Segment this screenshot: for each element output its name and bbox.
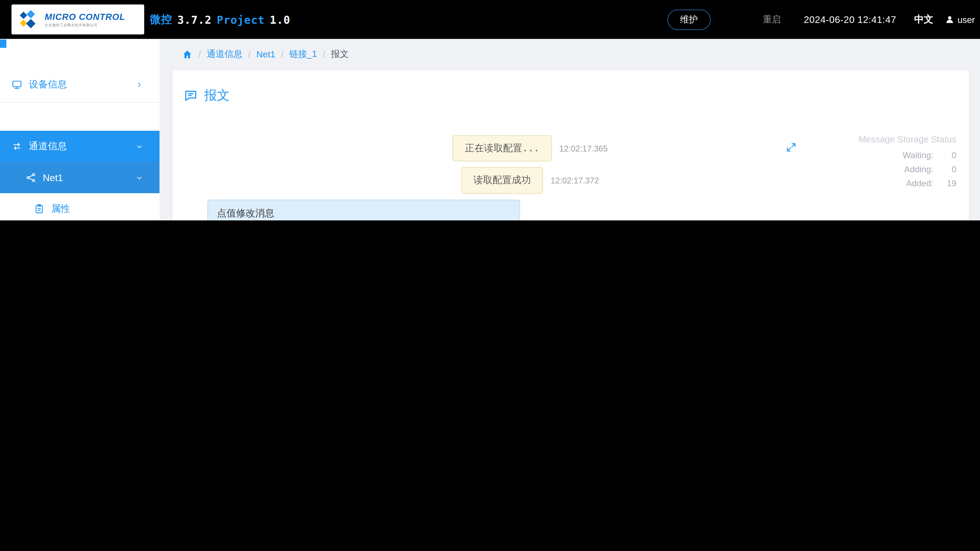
message-bubble: 点值修改消息 消息标签：1 消息内容：[{"name":"数据.设备_1@Poi…: [207, 199, 520, 221]
project-version: 1.0: [270, 13, 290, 26]
message-bubble: 正在读取配置...: [453, 135, 552, 162]
sidebar-item-label: 通道信息: [29, 140, 67, 152]
storage-status-rows: Waiting:0Adding:0Added:19: [829, 151, 956, 188]
brand-name: 微控: [150, 12, 172, 27]
storage-status-row: Adding:0: [829, 165, 956, 174]
sidebar-menu: 设备信息通道信息Net1属性新建链接链接_1属性报文设备管理Net2Net3Ne…: [0, 67, 159, 221]
message-row: 正在读取配置...12:02:17.365: [195, 135, 816, 162]
sidebar-item-channel-info[interactable]: 通道信息: [0, 131, 159, 162]
main-content: /通道信息/Net1/链接_1/ 报文 报文 正在读取配置...12:02:17…: [159, 39, 980, 221]
clipboard-icon: [34, 203, 45, 214]
breadcrumb-current: 报文: [331, 48, 349, 60]
maintenance-button[interactable]: 维护: [667, 9, 711, 30]
top-bar: MICRO CONTROL 北京微控工业网关技术有限公司 微控 3.7.2 Pr…: [0, 0, 980, 39]
message-row: 点值修改消息 消息标签：1 消息内容：[{"name":"数据.设备_1@Poi…: [195, 199, 816, 221]
message-list: 正在读取配置...12:02:17.365读取配置成功12:02:17.372点…: [195, 135, 816, 221]
message-row: 读取配置成功12:02:17.372: [195, 167, 816, 194]
logo-subtext: 北京微控工业网关技术有限公司: [45, 23, 125, 27]
page-title-text: 报文: [204, 87, 230, 104]
breadcrumb-link[interactable]: Net1: [256, 49, 275, 59]
sidebar-item-label: 设备信息: [29, 79, 67, 91]
breadcrumb-separator: /: [281, 49, 283, 59]
breadcrumb-separator: /: [248, 49, 251, 59]
app-root: MICRO CONTROL 北京微控工业网关技术有限公司 微控 3.7.2 Pr…: [0, 0, 980, 221]
fullscreen-button[interactable]: [786, 141, 797, 153]
message-time: 12:02:17.372: [551, 176, 599, 185]
storage-status-value: 19: [934, 179, 956, 188]
language-switcher[interactable]: 中文: [914, 14, 933, 26]
breadcrumb-separator: /: [323, 49, 325, 59]
breadcrumb-link[interactable]: 通道信息: [207, 48, 242, 60]
app-title: 微控 3.7.2 Project 1.0: [150, 12, 290, 27]
breadcrumb-link[interactable]: 链接_1: [289, 48, 317, 60]
sidebar-item-net1[interactable]: Net1: [0, 162, 159, 193]
storage-status-title: Message Storage Status: [829, 134, 956, 144]
logo: MICRO CONTROL 北京微控工业网关技术有限公司: [11, 5, 144, 35]
swap-arrows-icon: [11, 141, 22, 152]
chevron-down-icon: [135, 142, 144, 151]
breadcrumb-links: /通道信息/Net1/链接_1/: [199, 48, 325, 60]
sidebar-item-label: Net1: [43, 172, 63, 183]
network-icon: [25, 172, 37, 183]
message-icon: [184, 88, 198, 102]
top-bar-right: 维护 重启 2024-06-20 12:41:47 中文 user: [667, 9, 975, 30]
project-label: Project: [217, 13, 265, 26]
chevron-down-icon: [135, 173, 144, 182]
breadcrumb: /通道信息/Net1/链接_1/ 报文: [182, 48, 349, 60]
sidebar-item-net1-attrs[interactable]: 属性: [0, 193, 159, 221]
storage-status-label: Added:: [906, 179, 934, 188]
username: user: [958, 14, 975, 24]
datetime-display: 2024-06-20 12:41:47: [803, 14, 896, 25]
system-message-wrap: 正在读取配置...12:02:17.365: [453, 135, 552, 162]
storage-status-label: Adding:: [904, 165, 933, 174]
sidebar-top-indicator: [0, 40, 6, 48]
chevron-right-icon: [135, 80, 144, 89]
monitor-icon: [11, 79, 22, 90]
breadcrumb-separator: /: [199, 49, 201, 59]
user-menu[interactable]: user: [945, 14, 975, 24]
logo-icon: [18, 9, 40, 30]
storage-status-row: Added:19: [829, 179, 956, 188]
storage-status-row: Waiting:0: [829, 151, 956, 160]
message-time: 12:02:17.365: [559, 144, 608, 153]
page-title: 报文: [184, 87, 230, 104]
storage-status-value: 0: [934, 151, 956, 160]
home-icon[interactable]: [182, 49, 193, 60]
restart-button[interactable]: 重启: [763, 14, 781, 25]
storage-status-label: Waiting:: [903, 151, 934, 160]
user-icon: [945, 15, 955, 24]
message-card: 报文 正在读取配置...12:02:17.365读取配置成功12:02:17.3…: [172, 70, 969, 221]
sidebar: 设备信息通道信息Net1属性新建链接链接_1属性报文设备管理Net2Net3Ne…: [0, 39, 159, 221]
sidebar-item-device-info[interactable]: 设备信息: [0, 67, 159, 103]
storage-status-value: 0: [934, 165, 956, 174]
message-panel[interactable]: 正在读取配置...12:02:17.365读取配置成功12:02:17.372点…: [195, 131, 816, 221]
message-bubble: 读取配置成功: [461, 167, 543, 194]
storage-status: Message Storage Status Waiting:0Adding:0…: [829, 134, 956, 192]
system-message-wrap: 读取配置成功12:02:17.372: [461, 167, 543, 194]
sidebar-item-label: 属性: [51, 203, 70, 215]
brand-version: 3.7.2: [177, 13, 212, 26]
logo-text: MICRO CONTROL: [45, 12, 125, 22]
